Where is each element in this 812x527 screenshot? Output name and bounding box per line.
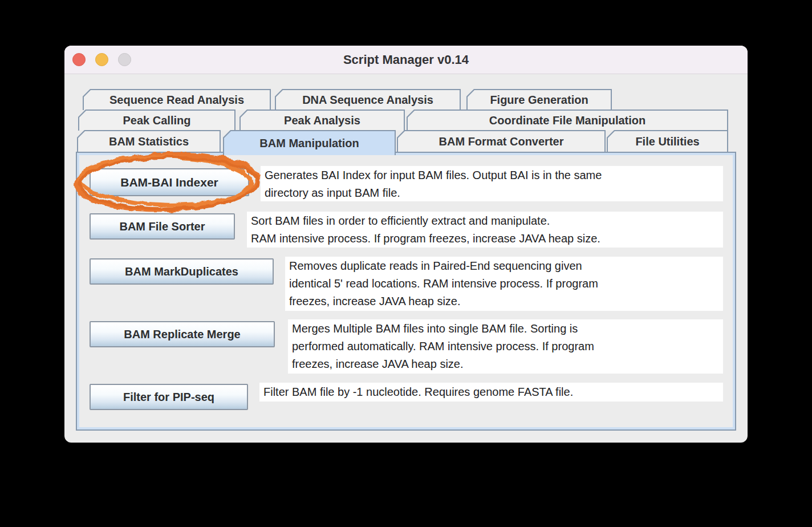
tab-face: DNA Sequence Analysis (276, 90, 460, 110)
tab-face: File Utilities (608, 131, 727, 152)
titlebar[interactable]: Script Manager v0.14 (64, 46, 748, 74)
window-title: Script Manager v0.14 (64, 46, 748, 74)
filter-for-pip-seq-button[interactable]: Filter for PIP-seq (90, 384, 248, 410)
tab-label: DNA Sequence Analysis (302, 94, 433, 107)
tab-file-utilities[interactable]: File Utilities (607, 130, 728, 152)
bam-file-sorter-description: Sort BAM files in order to efficiently e… (247, 212, 723, 248)
tab-label: BAM Manipulation (259, 137, 359, 150)
tab-label: BAM Format Converter (439, 135, 564, 148)
tab-face: BAM Statistics (78, 131, 220, 152)
tab-figure-generation[interactable]: Figure Generation (466, 89, 612, 110)
tab-face: BAM Format Converter (398, 131, 604, 152)
tab-face: Figure Generation (468, 90, 611, 110)
tab-face: BAM Manipulation (224, 131, 395, 155)
tab-label: Coordinate File Manipulation (489, 114, 645, 127)
tab-peak-calling[interactable]: Peak Calling (78, 110, 236, 131)
bam-file-sorter-button[interactable]: BAM File Sorter (90, 213, 235, 240)
bam-markduplicates-description: Removes duplicate reads in Paired-End se… (285, 257, 723, 311)
tab-face: Peak Analysis (241, 111, 404, 131)
bam-bai-indexer-description: Generates BAI Index for input BAM files.… (261, 166, 723, 201)
tab-label: Peak Calling (123, 114, 191, 127)
tab-bam-manipulation-selected[interactable]: BAM Manipulation (223, 130, 396, 155)
bam-markduplicates-button[interactable]: BAM MarkDuplicates (90, 258, 274, 285)
tab-sequence-read-analysis[interactable]: Sequence Read Analysis (83, 89, 271, 110)
filter-for-pip-seq-description: Filter BAM file by -1 nucleotide. Requir… (259, 383, 723, 402)
tab-peak-analysis[interactable]: Peak Analysis (239, 110, 405, 131)
bam-replicate-merge-button[interactable]: BAM Replicate Merge (90, 321, 275, 347)
tab-coordinate-file-manipulation[interactable]: Coordinate File Manipulation (407, 110, 728, 131)
tab-label: BAM Statistics (109, 135, 189, 148)
bam-bai-indexer-button[interactable]: BAM-BAI Indexer (90, 168, 249, 196)
tab-label: Figure Generation (490, 94, 588, 107)
bam-replicate-merge-description: Merges Multiple BAM files into single BA… (288, 319, 723, 374)
tab-face: Sequence Read Analysis (84, 90, 270, 110)
app-window: Script Manager v0.14 Sequence Read Analy… (64, 46, 748, 443)
tab-label: Sequence Read Analysis (109, 94, 244, 107)
tab-dna-sequence-analysis[interactable]: DNA Sequence Analysis (275, 89, 461, 110)
tab-face: Peak Calling (79, 111, 234, 131)
tab-bam-format-converter[interactable]: BAM Format Converter (397, 130, 606, 152)
tab-label: Peak Analysis (284, 114, 360, 127)
tab-bam-statistics[interactable]: BAM Statistics (77, 130, 221, 152)
screen-background: Script Manager v0.14 Sequence Read Analy… (0, 0, 812, 527)
tab-label: File Utilities (635, 135, 699, 148)
tab-face: Coordinate File Manipulation (408, 111, 727, 131)
